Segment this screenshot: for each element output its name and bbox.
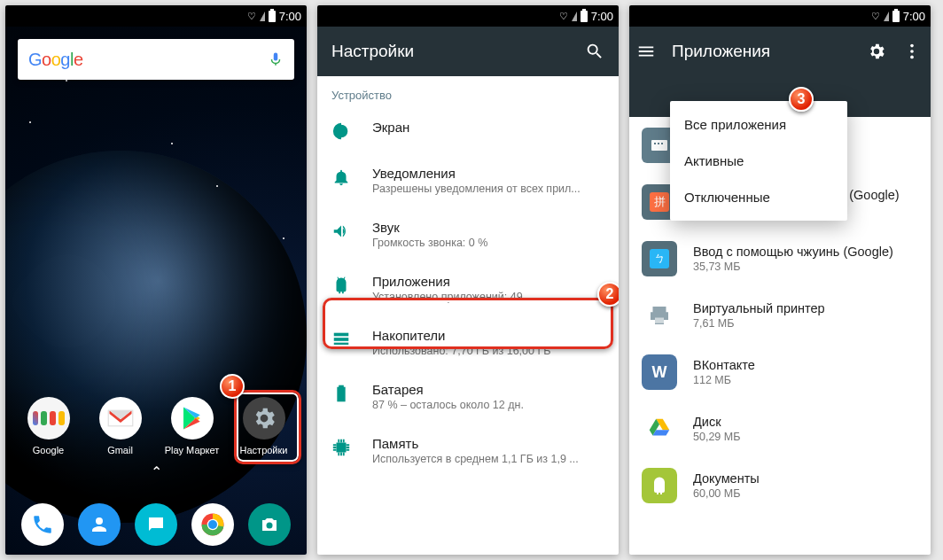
svg-rect-16	[658, 143, 659, 144]
row-title: Приложения	[372, 274, 523, 289]
row-title: Уведомления	[372, 166, 581, 181]
dock-camera[interactable]	[248, 503, 291, 546]
callout-badge-3: 3	[789, 87, 814, 112]
popup-item-disabled[interactable]: Отключенные	[670, 179, 847, 215]
settings-row-battery[interactable]: Батарея87 % – осталось около 12 дн.	[317, 369, 619, 424]
apps-appbar: Приложения	[629, 27, 931, 76]
svg-rect-10	[337, 443, 347, 453]
app-size: 60,00 МБ	[693, 487, 760, 500]
svg-rect-15	[654, 143, 656, 144]
app-size: 35,73 МБ	[693, 261, 893, 273]
hamburger-icon[interactable]	[636, 42, 658, 61]
home-screen: Google Google Gmail Play Маркет Настройк…	[5, 27, 307, 555]
settings-row-sound[interactable]: ЗвукГромкость звонка: 0 %	[317, 207, 619, 261]
dock-chrome[interactable]	[191, 503, 234, 546]
phone-home: ♡ 7:00 Google Google Gmail	[5, 5, 307, 555]
app-drawer-handle[interactable]: ⌃	[151, 463, 162, 480]
memory-icon	[331, 438, 351, 457]
dock-contacts[interactable]	[78, 503, 121, 546]
status-bar: ♡ 7:00	[5, 5, 307, 27]
app-gmail[interactable]: Gmail	[92, 397, 149, 455]
overflow-icon[interactable]	[902, 42, 924, 61]
filter-popup: Все приложения Активные Отключенные	[670, 101, 847, 221]
keyboard-icon: ㄅ	[642, 241, 677, 276]
android-icon	[642, 468, 677, 503]
signal-icon	[572, 12, 577, 21]
app-label: Play Маркет	[164, 445, 221, 455]
wifi-icon: ♡	[871, 11, 880, 22]
callout-ring-2	[323, 298, 613, 349]
clock: 7:00	[903, 10, 925, 23]
svg-rect-14	[651, 140, 667, 151]
app-row[interactable]: Виртуальный принтер7,61 МБ	[629, 287, 931, 344]
apps-title: Приложения	[672, 42, 853, 61]
svg-point-11	[910, 44, 914, 48]
vk-icon: W	[642, 354, 677, 390]
svg-rect-18	[655, 318, 664, 323]
settings-row-display[interactable]: Экран	[317, 107, 619, 153]
svg-point-13	[910, 56, 914, 59]
app-name: Виртуальный принтер	[693, 301, 825, 315]
battery-icon	[892, 11, 900, 22]
signal-icon	[884, 12, 889, 21]
svg-point-5	[208, 520, 217, 529]
svg-point-12	[910, 50, 914, 53]
settings-row-notifications[interactable]: УведомленияРазрешены уведомления от всех…	[317, 153, 619, 207]
app-name: Ввод с помощью чжуинь (Google)	[693, 245, 893, 259]
app-play-store[interactable]: Play Маркет	[164, 397, 221, 455]
app-row[interactable]: Диск50,29 МБ	[629, 401, 931, 457]
app-size: 112 МБ	[693, 374, 755, 386]
settings-row-memory[interactable]: ПамятьИспользуется в среднем 1,1 ГБ из 1…	[317, 424, 619, 478]
svg-point-6	[267, 523, 273, 529]
app-name: ВКонтакте	[693, 358, 755, 372]
popup-item-all[interactable]: Все приложения	[670, 106, 847, 143]
row-sub: Используется в среднем 1,1 ГБ из 1,9 ...	[372, 453, 579, 465]
row-sub: 87 % – осталось около 12 дн.	[372, 399, 524, 411]
section-header: Устройство	[317, 76, 619, 107]
settings-appbar: Настройки	[317, 27, 619, 76]
signal-icon	[260, 12, 265, 21]
settings-title: Настройки	[331, 42, 414, 61]
drive-icon	[642, 411, 677, 447]
callout-badge-1: 1	[220, 374, 245, 399]
dock-messages[interactable]	[135, 503, 177, 546]
row-title: Память	[372, 436, 579, 451]
search-icon[interactable]	[585, 42, 604, 61]
wifi-icon: ♡	[559, 11, 568, 22]
app-size: 50,29 МБ	[693, 431, 740, 443]
clock: 7:00	[279, 10, 301, 23]
google-search-bar[interactable]: Google	[18, 39, 294, 80]
popup-item-active[interactable]: Активные	[670, 143, 847, 179]
app-row[interactable]: ㄅ Ввод с помощью чжуинь (Google)35,73 МБ	[629, 230, 931, 287]
google-logo: Google	[28, 50, 83, 70]
printer-icon	[642, 298, 677, 333]
battery-icon	[581, 11, 588, 22]
app-label: Gmail	[92, 445, 149, 455]
android-icon	[331, 276, 351, 295]
status-bar: ♡ 7:00	[317, 5, 619, 27]
battery-icon	[331, 384, 351, 403]
svg-rect-17	[661, 143, 663, 144]
dock	[5, 503, 307, 546]
wifi-icon: ♡	[247, 11, 256, 22]
status-bar: ♡ 7:00	[629, 5, 931, 27]
app-name: Документы	[693, 471, 760, 486]
volume-icon	[331, 222, 351, 241]
row-title: Звук	[372, 220, 487, 235]
dock-phone[interactable]	[21, 503, 64, 546]
display-icon	[331, 121, 351, 141]
callout-ring-1	[234, 390, 301, 464]
app-label: Google	[20, 445, 77, 455]
row-sub: Громкость звонка: 0 %	[372, 237, 487, 249]
phone-apps: ♡ 7:00 Приложения Google) 拼 Ввод с помощ…	[629, 5, 931, 555]
app-name: Диск	[693, 415, 740, 429]
battery-icon	[269, 11, 276, 22]
gear-icon[interactable]	[867, 42, 888, 61]
app-row[interactable]: W ВКонтакте112 МБ	[629, 344, 931, 401]
callout-badge-2: 2	[597, 282, 619, 307]
mic-icon[interactable]	[268, 51, 284, 67]
phone-settings: ♡ 7:00 Настройки Устройство Экран Уведом…	[317, 5, 619, 555]
app-google-folder[interactable]: Google	[20, 397, 77, 455]
app-row[interactable]: Документы60,00 МБ	[629, 457, 931, 514]
bell-icon	[331, 167, 351, 187]
